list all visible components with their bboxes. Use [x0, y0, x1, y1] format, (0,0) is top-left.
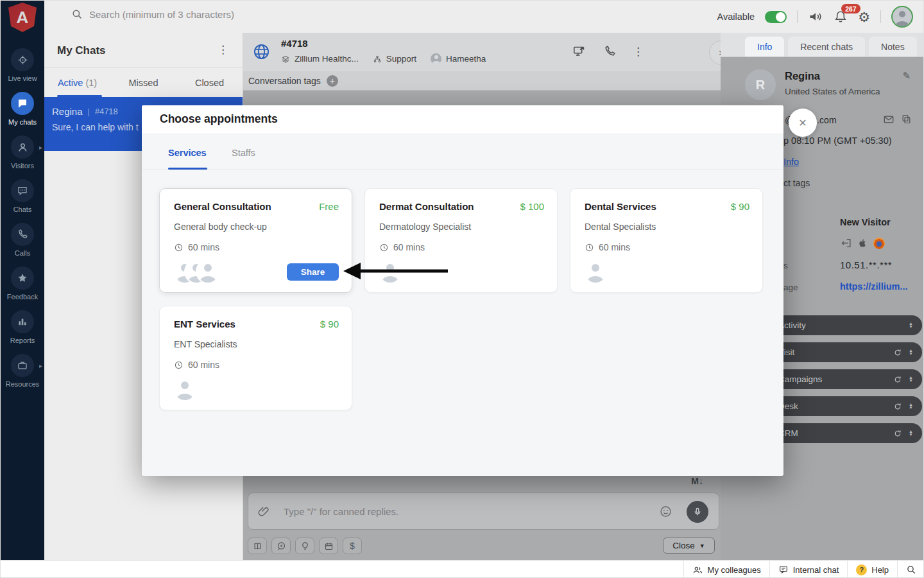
screen-share-icon[interactable] [572, 44, 586, 58]
notifications-bell-icon[interactable]: 267 [834, 10, 848, 24]
message-input[interactable] [284, 496, 669, 527]
my-colleagues-button[interactable]: My colleagues [683, 561, 769, 578]
tab-closed[interactable]: Closed [176, 68, 243, 97]
service-price: $ 100 [520, 201, 544, 212]
app-window: A Live view My chats Visitors ▸ [0, 0, 924, 578]
articles-icon[interactable] [248, 538, 267, 554]
modal-close-button[interactable]: ✕ [789, 109, 817, 137]
edit-pencil-icon[interactable]: ✎ [902, 70, 911, 82]
chat-bubble-icon [11, 92, 34, 115]
global-search-input[interactable] [89, 9, 301, 20]
visitor-page-link[interactable]: https://zillium... [840, 281, 908, 292]
internal-chat-icon [778, 565, 789, 575]
composer-toolbar: $ [248, 538, 362, 554]
expand-icon: ▲▼ [909, 376, 913, 382]
availability-label: Available [717, 12, 755, 22]
share-button[interactable]: Share [287, 263, 339, 281]
sidebar-item-my-chats[interactable]: My chats [1, 92, 44, 136]
staff-avatar [174, 378, 196, 400]
accordion-crm[interactable]: CRM ▲▼ [768, 423, 922, 443]
search-icon [906, 565, 916, 575]
apple-os-icon [857, 238, 868, 249]
calendar-icon[interactable] [319, 538, 338, 554]
sidebar-item-label: Reports [10, 337, 35, 344]
tab-active[interactable]: Active(1) [44, 68, 110, 97]
statusbar-search-button[interactable] [897, 561, 924, 578]
accordion-visit[interactable]: Visit ▲▼ [768, 342, 922, 362]
refresh-icon[interactable] [893, 348, 902, 357]
service-name: Dental Services [585, 201, 656, 212]
visitor-local-time: p 08:10 PM (GMT +05:30) [783, 136, 892, 146]
sidebar-item-live-view[interactable]: Live view [1, 48, 44, 92]
accordion-activity[interactable]: Activity ▲▼ [768, 315, 922, 335]
call-icon[interactable] [603, 45, 616, 58]
staff-avatars [585, 261, 606, 283]
tab-info[interactable]: Info [745, 37, 784, 57]
expand-icon: ▲▼ [909, 349, 913, 355]
help-button[interactable]: ? Help [847, 561, 897, 578]
user-avatar[interactable] [891, 6, 913, 28]
internal-chat-button[interactable]: Internal chat [769, 561, 848, 578]
availability-toggle[interactable] [765, 11, 787, 23]
service-duration: 60 mins [393, 242, 425, 252]
tab-recent-chats[interactable]: Recent chats [788, 37, 865, 57]
service-description: General body check-up [174, 222, 267, 232]
sound-icon[interactable] [808, 9, 823, 24]
sidebar-item-label: Visitors [11, 162, 34, 170]
accordion-campaigns[interactable]: Campaigns ▲▼ [768, 369, 922, 389]
smart-suggestion-icon[interactable] [295, 538, 314, 554]
conversation-department: Support [386, 54, 416, 64]
refresh-icon[interactable] [893, 375, 902, 384]
sidebar-item-label: Live view [8, 74, 37, 82]
tab-missed[interactable]: Missed [110, 68, 176, 97]
conversation-tags-label: Conversation tags [248, 76, 321, 86]
accordion-desk[interactable]: Desk ▲▼ [768, 396, 922, 416]
payment-icon[interactable]: $ [343, 538, 362, 554]
sidebar-item-reports[interactable]: Reports [1, 310, 44, 354]
more-info-link[interactable]: Info [783, 157, 799, 167]
sidebar-nav: Live view My chats Visitors ▸ Chats [1, 48, 44, 398]
refresh-icon[interactable] [893, 429, 902, 438]
expand-icon: ▲▼ [909, 430, 913, 436]
send-email-icon[interactable] [883, 114, 894, 125]
staff-avatar [197, 261, 219, 283]
service-name: Dermat Consultation [379, 201, 474, 212]
copy-icon[interactable] [901, 114, 912, 125]
service-name: ENT Services [174, 319, 235, 329]
entry-point-icon [840, 237, 852, 249]
emoji-icon[interactable] [659, 505, 672, 518]
refresh-icon[interactable] [893, 402, 902, 411]
service-card-dermat-consultation: Dermat Consultation $ 100 Dermatology Sp… [364, 188, 558, 293]
kebab-menu-icon[interactable]: ⋮ [633, 45, 644, 58]
visitor-avatar: R [745, 69, 776, 100]
sidebar-item-visitors[interactable]: Visitors ▸ [1, 136, 44, 179]
sidebar-item-chats[interactable]: Chats [1, 179, 44, 223]
tab-staffs[interactable]: Staffs [232, 148, 255, 170]
visitor-status: New Visitor [840, 217, 891, 227]
voice-note-button[interactable] [687, 501, 708, 523]
tab-services[interactable]: Services [168, 148, 207, 170]
page-label: age [783, 283, 798, 292]
markdown-icon[interactable]: M↓ [691, 476, 703, 486]
bar-chart-icon [11, 310, 34, 333]
service-price: $ 90 [320, 319, 339, 329]
kebab-menu-icon[interactable]: ⋮ [218, 43, 228, 57]
modal-tabs: Services Staffs [142, 134, 783, 170]
sidebar-item-calls[interactable]: Calls [1, 223, 44, 267]
agent-avatar [431, 53, 441, 64]
visitor-country: United States of America [785, 87, 880, 96]
topbar: Available 267 ⚙ [44, 1, 924, 33]
sidebar-item-resources[interactable]: Resources ▸ [1, 354, 44, 398]
settings-gear-icon[interactable]: ⚙ [858, 10, 870, 24]
app-logo: A [8, 3, 37, 32]
service-name: General Consultation [174, 201, 271, 212]
globe-icon [252, 42, 271, 62]
sidebar-item-feedback[interactable]: Feedback [1, 267, 44, 310]
attachment-icon[interactable] [257, 505, 270, 518]
layers-icon [281, 55, 290, 64]
tab-notes[interactable]: Notes [869, 37, 917, 57]
live-view-icon [11, 48, 34, 71]
canned-replies-icon[interactable] [271, 538, 291, 554]
add-tag-button[interactable]: + [327, 75, 338, 87]
close-chat-button[interactable]: Close▼ [663, 538, 715, 554]
